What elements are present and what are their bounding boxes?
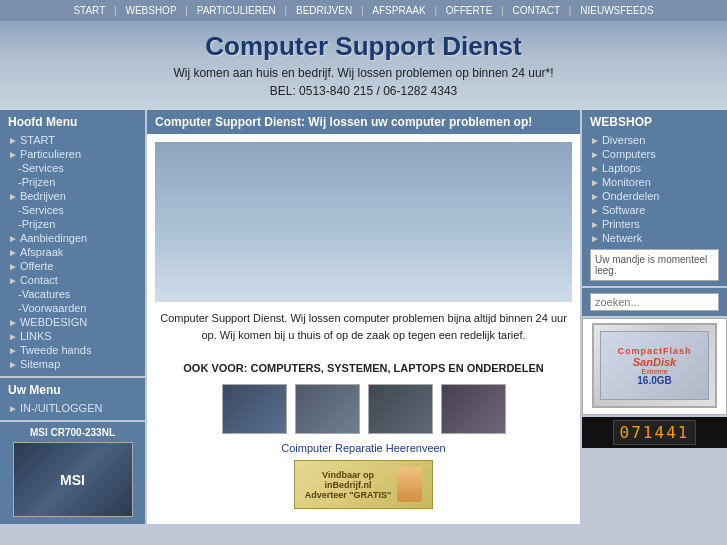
cf-brand: SanDisk (633, 356, 676, 368)
list-item: ►Onderdelen (590, 189, 719, 203)
menu-links[interactable]: LINKS (20, 330, 52, 342)
main-menu-list: ►START ►Particulieren -Services -Prijzen… (8, 133, 137, 371)
list-item: -Prijzen (8, 217, 137, 231)
list-item: ►Software (590, 203, 719, 217)
nav-afspraak[interactable]: AFSPRAAK (372, 5, 425, 16)
repair-link[interactable]: Coimputer Reparatie Heerenveen (281, 442, 445, 454)
arrow-icon: ► (8, 331, 18, 342)
cf-card-inner: CompactFlash SanDisk Extreme 16.0GB (600, 331, 709, 400)
list-item: ►Particulieren (8, 147, 137, 161)
menu-start[interactable]: START (20, 134, 55, 146)
shop-diversen[interactable]: Diversen (602, 134, 645, 146)
shop-computers[interactable]: Computers (602, 148, 656, 160)
product-desktop (295, 384, 360, 434)
list-item: ►Afspraak (8, 245, 137, 259)
menu-webdesign[interactable]: WEBDESIGN (20, 316, 87, 328)
cf-extreme: Extreme (641, 368, 667, 375)
shop-onderdelen[interactable]: Onderdelen (602, 190, 660, 202)
site-tagline1: Wij komen aan huis en bedrijf. Wij losse… (0, 66, 727, 80)
menu-login[interactable]: IN-/UITLOGGEN (20, 402, 103, 414)
menu-bedrijven[interactable]: Bedrijven (20, 190, 66, 202)
menu-offerte[interactable]: Offerte (20, 260, 53, 272)
search-input[interactable] (590, 293, 719, 311)
menu-aanbiedingen[interactable]: Aanbiedingen (20, 232, 87, 244)
arrow-icon: ► (590, 191, 600, 202)
list-item: ►Laptops (590, 161, 719, 175)
cart-message: Uw mandje is momenteel leeg. (590, 249, 719, 281)
product-laptop (222, 384, 287, 434)
arrow-icon: ► (590, 219, 600, 230)
menu-vacatures[interactable]: -Vacatures (8, 288, 70, 300)
arrow-icon: ► (8, 403, 18, 414)
user-menu-box: Uw Menu ►IN-/UITLOGGEN (0, 378, 145, 420)
menu-part-services[interactable]: -Services (8, 162, 64, 174)
left-sidebar: Hoofd Menu ►START ►Particulieren -Servic… (0, 110, 145, 524)
shop-laptops[interactable]: Laptops (602, 162, 641, 174)
right-sidebar: WEBSHOP ►Diversen ►Computers ►Laptops ►M… (582, 110, 727, 524)
menu-bedrijf-services[interactable]: -Services (8, 204, 64, 216)
main-content: Computer Support Dienst: Wij lossen uw c… (147, 110, 580, 524)
menu-voorwaarden[interactable]: -Voorwaarden (8, 302, 87, 314)
hero-image (155, 142, 572, 302)
menu-contact[interactable]: Contact (20, 274, 58, 286)
nav-start[interactable]: START (73, 5, 105, 16)
list-item: ►START (8, 133, 137, 147)
nav-bedrijven[interactable]: BEDRIJVEN (296, 5, 352, 16)
product-case (441, 384, 506, 434)
shop-printers[interactable]: Printers (602, 218, 640, 230)
shop-monitoren[interactable]: Monitoren (602, 176, 651, 188)
menu-particulieren[interactable]: Particulieren (20, 148, 81, 160)
content-body: Computer Support Dienst. Wij lossen comp… (147, 134, 580, 523)
nav-nieuwsfeeds[interactable]: NIEUWSFEEDS (580, 5, 653, 16)
list-item: -Services (8, 161, 137, 175)
list-item: ►Bedrijven (8, 189, 137, 203)
nav-sep3: | (285, 5, 288, 16)
msi-label: MSI CR700-233NL (8, 427, 137, 438)
list-item: ►Diversen (590, 133, 719, 147)
nav-particulieren[interactable]: PARTICULIEREN (197, 5, 276, 16)
product-images-row (155, 384, 572, 434)
banner-box: Vindbaar op inBedrijf.nl Adverteer "GRAT… (294, 460, 433, 509)
shop-software[interactable]: Software (602, 204, 645, 216)
site-header: Computer Support Dienst Wij komen aan hu… (0, 21, 727, 110)
list-item: -Prijzen (8, 175, 137, 189)
nav-sep4: | (361, 5, 364, 16)
arrow-icon: ► (590, 233, 600, 244)
content-text: Computer Support Dienst. Wij lossen comp… (155, 310, 572, 376)
menu-part-prijzen[interactable]: -Prijzen (8, 176, 55, 188)
content-heading: Computer Support Dienst: Wij lossen uw c… (155, 115, 572, 129)
product-tower (368, 384, 433, 434)
arrow-icon: ► (8, 345, 18, 356)
arrow-icon: ► (8, 247, 18, 258)
webshop-list: ►Diversen ►Computers ►Laptops ►Monitoren… (590, 133, 719, 245)
list-item: ►Sitemap (8, 357, 137, 371)
nav-contact[interactable]: CONTACT (512, 5, 560, 16)
menu-bedrijf-prijzen[interactable]: -Prijzen (8, 218, 55, 230)
content-header: Computer Support Dienst: Wij lossen uw c… (147, 110, 580, 134)
ook-voor-label: OOK VOOR: COMPUTERS, SYSTEMEN, LAPTOPS E… (183, 362, 543, 374)
nav-offerte[interactable]: OFFERTE (446, 5, 492, 16)
list-item: ►Computers (590, 147, 719, 161)
nav-sep7: | (569, 5, 572, 16)
nav-sep: | (114, 5, 117, 16)
arrow-icon: ► (8, 275, 18, 286)
msi-product-box: MSI CR700-233NL (0, 422, 145, 524)
nav-sep5: | (434, 5, 437, 16)
nav-webshop[interactable]: WEBSHOP (125, 5, 176, 16)
menu-tweede-hands[interactable]: Tweede hands (20, 344, 92, 356)
menu-sitemap[interactable]: Sitemap (20, 358, 60, 370)
nav-sep2: | (185, 5, 188, 16)
arrow-icon: ► (8, 233, 18, 244)
arrow-icon: ► (590, 177, 600, 188)
main-layout: Hoofd Menu ►START ►Particulieren -Servic… (0, 110, 727, 524)
banner-line3: Adverteer "GRATIS" (305, 490, 391, 500)
menu-afspraak[interactable]: Afspraak (20, 246, 63, 258)
main-menu-title: Hoofd Menu (8, 115, 137, 129)
list-item: -Voorwaarden (8, 301, 137, 315)
site-title: Computer Support Dienst (0, 31, 727, 62)
banner-text: Vindbaar op inBedrijf.nl Adverteer "GRAT… (305, 470, 391, 500)
shop-netwerk[interactable]: Netwerk (602, 232, 642, 244)
msi-laptop-image (13, 442, 133, 517)
user-menu-list: ►IN-/UITLOGGEN (8, 401, 137, 415)
list-item: ►Aanbiedingen (8, 231, 137, 245)
